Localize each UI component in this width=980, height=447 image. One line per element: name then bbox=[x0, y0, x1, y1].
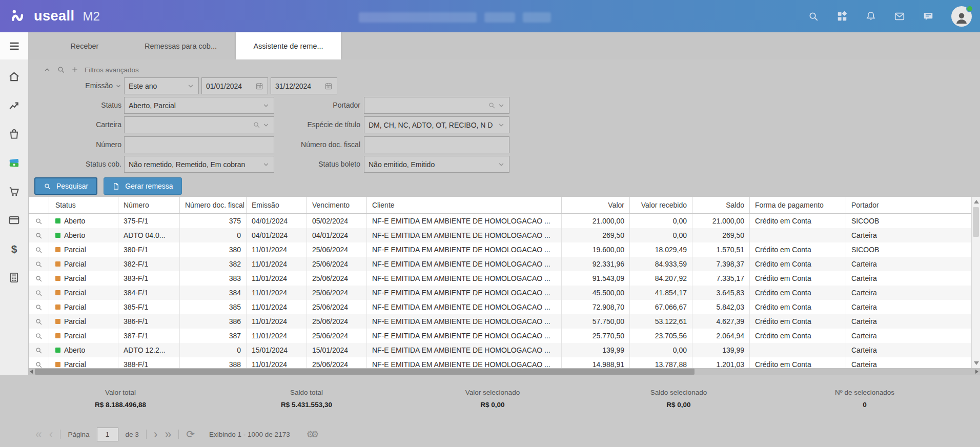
table-row[interactable]: Parcial 383-F/1 383 11/01/2024 25/06/202… bbox=[29, 271, 971, 286]
column-header-valor-recebido[interactable]: Valor recebido bbox=[630, 197, 692, 213]
next-page-button[interactable]: › bbox=[154, 428, 158, 440]
cell-cliente-link[interactable]: NF-E EMITIDA EM AMBIENTE DE HOMOLOGACAO … bbox=[367, 214, 562, 228]
row-detail-button[interactable] bbox=[29, 214, 49, 228]
mail-icon[interactable] bbox=[894, 11, 905, 22]
sidebar-toggle[interactable] bbox=[0, 32, 28, 59]
calculator-icon[interactable] bbox=[8, 272, 20, 283]
status-boleto-select[interactable]: Não emitido, Emitido bbox=[364, 156, 509, 173]
cell-cliente-link[interactable]: NF-E EMITIDA EM AMBIENTE DE HOMOLOGACAO … bbox=[367, 300, 562, 314]
settings-gears-icon[interactable]: ⚙⚙ bbox=[307, 429, 316, 439]
row-detail-button[interactable] bbox=[29, 286, 49, 300]
apps-icon[interactable] bbox=[836, 11, 848, 22]
tab-assistente-remessa[interactable]: Assistente de reme... bbox=[236, 32, 341, 59]
table-row[interactable]: Aberto 375-F/1 375 04/01/2024 05/02/2024… bbox=[29, 214, 971, 228]
gerar-remessa-button[interactable]: Gerar remessa bbox=[104, 177, 181, 195]
money-icon[interactable] bbox=[8, 157, 20, 169]
horizontal-scroll-thumb[interactable] bbox=[35, 369, 695, 375]
cell-cliente-link[interactable]: NF-E EMITIDA EM AMBIENTE DE HOMOLOGACAO … bbox=[367, 343, 562, 357]
cell-cliente-link[interactable]: NF-E EMITIDA EM AMBIENTE DE HOMOLOGACAO … bbox=[367, 314, 562, 329]
avatar[interactable] bbox=[951, 6, 972, 27]
column-header-cliente[interactable]: Cliente bbox=[367, 197, 562, 213]
column-header-valor[interactable]: Valor bbox=[562, 197, 630, 213]
zoom-filter-icon[interactable] bbox=[57, 66, 65, 74]
row-detail-button[interactable] bbox=[29, 228, 49, 242]
bag-icon[interactable] bbox=[8, 128, 20, 140]
cell-cliente-link[interactable]: NF-E EMITIDA EM AMBIENTE DE HOMOLOGACAO … bbox=[367, 357, 562, 368]
row-detail-button[interactable] bbox=[29, 300, 49, 314]
cell-cliente-link[interactable]: NF-E EMITIDA EM AMBIENTE DE HOMOLOGACAO … bbox=[367, 271, 562, 286]
previous-page-button[interactable]: ‹ bbox=[49, 428, 53, 440]
table-row[interactable]: Aberto ADTO 04.0... 0 04/01/2024 04/01/2… bbox=[29, 228, 971, 242]
cell-cliente-link[interactable]: NF-E EMITIDA EM AMBIENTE DE HOMOLOGACAO … bbox=[367, 228, 562, 242]
refresh-icon[interactable]: ⟳ bbox=[186, 428, 195, 440]
column-header-saldo[interactable]: Saldo bbox=[692, 197, 750, 213]
cell-status: Parcial bbox=[49, 242, 118, 257]
magnifier-icon bbox=[35, 318, 43, 326]
chevron-down-icon bbox=[498, 121, 505, 129]
dollar-icon[interactable]: $ bbox=[11, 243, 17, 255]
row-detail-button[interactable] bbox=[29, 242, 49, 257]
numero-doc-input[interactable] bbox=[364, 136, 509, 153]
cell-cliente-link[interactable]: NF-E EMITIDA EM AMBIENTE DE HOMOLOGACAO … bbox=[367, 257, 562, 271]
column-header-numero-doc[interactable]: Número doc. fiscal bbox=[180, 197, 247, 213]
row-detail-button[interactable] bbox=[29, 357, 49, 368]
chart-icon[interactable] bbox=[8, 99, 20, 111]
cell-valor-recebido: 23.705,56 bbox=[630, 329, 692, 343]
table-row[interactable]: Parcial 386-F/1 386 11/01/2024 25/06/202… bbox=[29, 314, 971, 329]
table-row[interactable]: Parcial 382-F/1 382 11/01/2024 25/06/202… bbox=[29, 257, 971, 271]
cell-cliente-link[interactable]: NF-E EMITIDA EM AMBIENTE DE HOMOLOGACAO … bbox=[367, 286, 562, 300]
emissao-date-from[interactable]: 01/01/2024 bbox=[201, 77, 268, 94]
collapse-icon[interactable] bbox=[44, 66, 51, 73]
scroll-right-arrow[interactable] bbox=[975, 370, 978, 374]
column-header-vencimento[interactable]: Vencimento bbox=[307, 197, 367, 213]
especie-select[interactable]: DM, CH, NC, ADTO, OT, RECIBO, N D bbox=[364, 116, 509, 133]
table-row[interactable]: Aberto ADTO 12.2... 0 15/01/2024 15/01/2… bbox=[29, 343, 971, 357]
table-row[interactable]: Parcial 384-F/1 384 11/01/2024 25/06/202… bbox=[29, 286, 971, 300]
emissao-preset-select[interactable]: Este ano bbox=[124, 77, 199, 94]
pesquisar-button[interactable]: Pesquisar bbox=[34, 177, 97, 195]
page-number-input[interactable] bbox=[97, 428, 118, 441]
status-indicator bbox=[55, 319, 60, 324]
row-detail-button[interactable] bbox=[29, 257, 49, 271]
cell-valor-recebido: 41.854,17 bbox=[630, 286, 692, 300]
row-detail-button[interactable] bbox=[29, 314, 49, 329]
vertical-scroll-thumb[interactable] bbox=[973, 207, 979, 237]
vertical-scrollbar[interactable] bbox=[971, 197, 980, 368]
portador-select[interactable] bbox=[364, 97, 509, 114]
emissao-label[interactable]: Emissão bbox=[28, 77, 121, 94]
table-row[interactable]: Parcial 380-F/1 380 11/01/2024 25/06/202… bbox=[29, 242, 971, 257]
search-icon[interactable] bbox=[808, 11, 819, 22]
home-icon[interactable] bbox=[8, 71, 20, 83]
scroll-up-arrow[interactable] bbox=[974, 200, 979, 204]
emissao-date-to[interactable]: 31/12/2024 bbox=[271, 77, 337, 94]
row-detail-button[interactable] bbox=[29, 329, 49, 343]
column-header-emissao[interactable]: Emissão bbox=[247, 197, 307, 213]
search-icon[interactable] bbox=[488, 101, 496, 109]
calendar-icon[interactable] bbox=[255, 82, 263, 90]
scroll-down-arrow[interactable] bbox=[974, 361, 979, 365]
table-row[interactable]: Parcial 388-F/1 388 11/01/2024 25/06/202… bbox=[29, 357, 971, 368]
scroll-left-arrow[interactable] bbox=[30, 370, 33, 374]
tab-receber[interactable]: Receber bbox=[44, 32, 126, 59]
row-detail-button[interactable] bbox=[29, 271, 49, 286]
first-page-button[interactable]: « bbox=[35, 428, 42, 440]
add-filter-icon[interactable] bbox=[71, 66, 78, 73]
tab-remessas[interactable]: Remessas para cob... bbox=[126, 32, 236, 59]
cart-icon[interactable] bbox=[8, 186, 20, 197]
horizontal-scrollbar[interactable] bbox=[28, 368, 980, 375]
card-icon[interactable] bbox=[8, 214, 20, 226]
calendar-icon[interactable] bbox=[324, 82, 333, 90]
row-detail-button[interactable] bbox=[29, 343, 49, 357]
cell-cliente-link[interactable]: NF-E EMITIDA EM AMBIENTE DE HOMOLOGACAO … bbox=[367, 242, 562, 257]
chat-icon[interactable] bbox=[923, 11, 934, 22]
column-header-numero[interactable]: Número bbox=[118, 197, 180, 213]
table-row[interactable]: Parcial 387-F/1 387 11/01/2024 25/06/202… bbox=[29, 329, 971, 343]
cell-portador: Carteira bbox=[846, 357, 971, 368]
bell-icon[interactable] bbox=[865, 11, 876, 22]
last-page-button[interactable]: » bbox=[165, 428, 171, 440]
column-header-forma-pagamento[interactable]: Forma de pagamento bbox=[750, 197, 846, 213]
table-row[interactable]: Parcial 385-F/1 385 11/01/2024 25/06/202… bbox=[29, 300, 971, 314]
cell-cliente-link[interactable]: NF-E EMITIDA EM AMBIENTE DE HOMOLOGACAO … bbox=[367, 329, 562, 343]
column-header-status[interactable]: Status bbox=[49, 197, 118, 213]
column-header-portador[interactable]: Portador bbox=[846, 197, 971, 213]
